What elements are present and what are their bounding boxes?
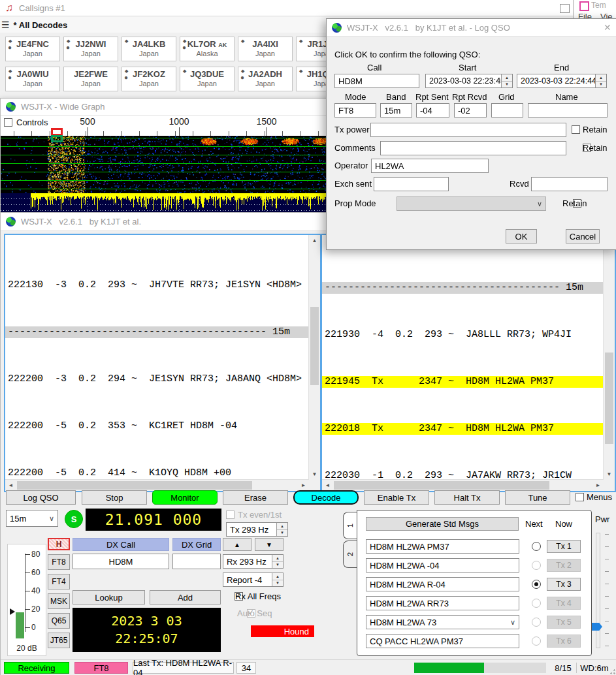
erase-button[interactable]: Erase [223, 490, 288, 505]
mode-button[interactable]: H [48, 538, 70, 550]
grid-input[interactable] [491, 103, 523, 118]
add-button[interactable]: Add [150, 590, 221, 604]
tx-next-radio[interactable] [532, 618, 541, 627]
hamburger-icon[interactable]: ☰ [1, 20, 10, 30]
log-qso-titlebar[interactable]: WSJT-X v2.6.1 by K1JT et al. - Log QSO ✕ [327, 19, 616, 37]
callsigns-titlebar[interactable]: ♫ Callsigns #1 [0, 0, 573, 16]
mode-button[interactable]: JT65 [48, 633, 70, 648]
lookup-button[interactable]: Lookup [73, 590, 145, 604]
scroll-right-icon[interactable]: ► [592, 480, 604, 491]
callsign-card[interactable]: ◆ ● JE2FWE Japan [63, 67, 118, 91]
tx-power-retain-checkbox[interactable] [572, 125, 580, 134]
maximize-button[interactable] [560, 4, 570, 13]
mode-button[interactable]: FT8 [48, 554, 70, 570]
report-spinbox[interactable]: Report -4 ▲▼ [223, 573, 284, 587]
callsign-card[interactable]: ◆ ● JQ3DUE Japan [180, 67, 235, 91]
start-spin-icons[interactable]: ▲▼ [501, 74, 512, 87]
decode-row[interactable]: ----------------------------------------… [5, 326, 309, 338]
decode-row[interactable]: 221930 -4 0.2 293 ~ JA8LLL RR73; WP4JI [322, 329, 604, 341]
menus-checkbox[interactable] [575, 493, 584, 501]
callsign-card[interactable]: ◆ ● JA2ADH Japan [238, 67, 293, 91]
tx-power-input[interactable] [370, 123, 566, 137]
tx-now-button[interactable]: Tx 1 [547, 540, 581, 553]
decode-row[interactable]: 221945 Tx 2347 ~ HD8M HL2WA PM37 [322, 376, 604, 388]
log-qso-button[interactable]: Log QSO [6, 490, 76, 505]
rpt-rcvd-input[interactable]: -02 [454, 103, 487, 118]
freq-up-button[interactable]: ▲ [223, 538, 251, 551]
controls-checkbox[interactable] [4, 118, 12, 127]
start-datetime-input[interactable]: 2023-03-03 22:23:45 ▲▼ [425, 74, 513, 88]
vertical-scrollbar[interactable]: ▲ ▼ [603, 235, 615, 480]
mode-button[interactable]: FT4 [48, 574, 70, 589]
tx-now-button[interactable]: Tx 4 [547, 597, 581, 610]
scroll-up-icon[interactable]: ▲ [309, 235, 320, 246]
tx-next-radio[interactable] [532, 542, 541, 551]
s-meter-button[interactable]: S [65, 510, 83, 528]
halt-tx-button[interactable]: Halt Tx [434, 490, 500, 505]
pwr-slider-handle[interactable] [592, 623, 602, 631]
prop-mode-select[interactable] [397, 196, 546, 211]
end-spin-icons[interactable]: ▲▼ [595, 74, 606, 87]
close-icon[interactable]: ✕ [604, 22, 611, 33]
tx-message-input[interactable]: HD8M HL2WA 73 [366, 615, 519, 629]
tab-2[interactable]: 2 [343, 541, 357, 568]
mode-button[interactable]: Q65 [48, 613, 70, 629]
tx-next-radio[interactable] [532, 636, 541, 646]
generate-std-msgs-button[interactable]: Generate Std Msgs [366, 517, 519, 531]
decode-row[interactable]: 222200 -5 0.2 353 ~ KC1RET HD8M -04 [5, 420, 309, 432]
operator-input[interactable]: HL2WA [371, 159, 489, 173]
tab-1[interactable]: 1 [343, 512, 357, 539]
callsign-card[interactable]: ◆ ● JA0WIU Japan [5, 67, 60, 91]
tx-next-radio[interactable] [532, 580, 541, 589]
tx-message-input[interactable]: HD8M HL2WA -04 [366, 558, 519, 573]
rx-frequency-panel[interactable]: ----------------------------------------… [321, 234, 616, 492]
dx-call-input[interactable]: HD8M [73, 554, 169, 569]
mode-input[interactable]: FT8 [334, 103, 376, 118]
decode-row[interactable]: 222018 Tx 2347 ~ HD8M HL2WA PM37 [322, 423, 604, 435]
tx-now-button[interactable]: Tx 6 [547, 635, 581, 648]
mode-button[interactable]: MSK [48, 593, 70, 609]
tx-now-button[interactable]: Tx 3 [547, 578, 581, 591]
dx-grid-input[interactable] [172, 554, 221, 569]
tx-freq-spin-icons[interactable]: ▲▼ [276, 523, 287, 536]
decode-row[interactable]: 222200 -3 0.2 294 ~ JE1SYN RR73; JA8ANQ … [5, 373, 309, 385]
scroll-right-icon[interactable]: ► [298, 480, 309, 491]
pwr-slider[interactable] [592, 533, 611, 650]
report-spin-icons[interactable]: ▲▼ [272, 573, 283, 586]
scroll-left-icon[interactable]: ◄ [322, 480, 333, 491]
decode-button[interactable]: Decode [293, 490, 359, 505]
callsign-card[interactable]: ◆ ● JE4FNC Japan [5, 37, 60, 61]
horizontal-scrollbar[interactable]: ◄ ► [322, 479, 604, 491]
horizontal-scrollbar[interactable]: ◄ ► [5, 479, 309, 491]
enable-tx-button[interactable]: Enable Tx [364, 490, 429, 505]
callsign-card[interactable]: ◆ ● JJ2NWI Japan [63, 37, 118, 61]
call-input[interactable]: HD8M [334, 74, 419, 88]
tx-message-input[interactable]: CQ PACC HL2WA PM37 [366, 634, 519, 648]
scroll-left-icon[interactable]: ◄ [5, 480, 16, 491]
band-select[interactable]: 15m [6, 510, 58, 527]
callsign-card[interactable]: ◆ ● JF2KOZ Japan [122, 67, 176, 91]
resize-grip-icon[interactable] [610, 669, 615, 674]
exch-sent-input[interactable] [374, 177, 449, 191]
scroll-down-icon[interactable]: ▼ [309, 469, 320, 480]
tx-next-radio[interactable] [532, 599, 541, 608]
all-decodes-label[interactable]: * All Decodes [14, 20, 68, 30]
stop-button[interactable]: Stop [82, 490, 147, 505]
callsign-card[interactable]: ◆ ● KL7OR AK Alaska [180, 37, 235, 61]
tune-button[interactable]: Tune [505, 490, 570, 505]
band-activity-panel[interactable]: 222130 -3 0.2 293 ~ JH7VTE RR73; JE1SYN … [4, 234, 321, 492]
callsign-card[interactable]: ◆ ● JA4LKB Japan [122, 37, 176, 61]
decode-row[interactable]: 222200 -5 0.2 414 ~ K1OYQ HD8M +00 [5, 467, 309, 479]
tx-message-input[interactable]: HD8M HL2WA PM37 [366, 539, 519, 554]
decode-row[interactable]: ----------------------------------------… [322, 282, 604, 294]
monitor-button[interactable]: Monitor [152, 490, 218, 505]
comments-input[interactable] [380, 141, 566, 155]
tx-even-checkbox[interactable] [226, 510, 235, 519]
vertical-scrollbar[interactable]: ▲ ▼ [308, 235, 320, 480]
band-input[interactable]: 15m [380, 103, 412, 118]
tx-freq-spinbox[interactable]: Tx 293 Hz ▲▼ [226, 522, 288, 537]
tx-message-input[interactable]: HD8M HL2WA RR73 [366, 596, 519, 610]
rx-marker-icon[interactable] [51, 135, 63, 142]
freq-down-button[interactable]: ▼ [255, 538, 284, 551]
name-input[interactable] [528, 103, 608, 118]
